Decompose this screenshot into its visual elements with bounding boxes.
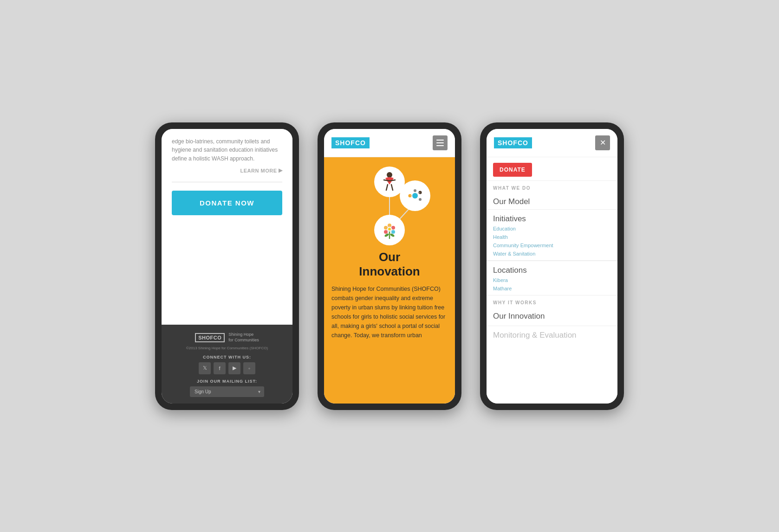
instagram-icon[interactable]: ◦ [243, 362, 255, 374]
svg-point-20 [391, 230, 395, 234]
community-empowerment-sub-item[interactable]: Community Empowerment [487, 241, 617, 250]
hamburger-line-3 [436, 145, 444, 146]
facebook-icon[interactable]: f [214, 362, 226, 374]
wash-description: edge bio-latrines, community toilets and… [172, 137, 282, 163]
donate-menu-button[interactable]: DONATE [493, 163, 532, 177]
person-svg [381, 172, 398, 192]
hero-body-text: Shining Hope for Communities (SHOFCO) co… [331, 284, 448, 340]
footer-logo-text: SHOFCO [195, 333, 225, 342]
svg-point-12 [419, 198, 422, 201]
svg-point-17 [390, 233, 395, 237]
phone-1: edge bio-latrines, community toilets and… [155, 122, 299, 410]
why-it-works-label: WHY IT WORKS [487, 295, 617, 307]
signup-select[interactable]: Sign Up [190, 386, 264, 397]
education-sub-item[interactable]: Education [487, 224, 617, 233]
mailing-label: JOIN OUR MAILING LIST: [197, 379, 257, 384]
innovation-illustration [343, 167, 436, 245]
hamburger-line-2 [436, 142, 444, 143]
flower-circle [374, 215, 405, 245]
shofco-logo: SHOFCO [331, 137, 370, 148]
svg-point-24 [388, 228, 391, 231]
footer-logo: SHOFCO Shining Hope for Communities [195, 332, 259, 343]
phone-3: SHOFCO ✕ DONATE WHAT WE DO Our Model Ini… [480, 122, 624, 410]
dots-circle [400, 180, 430, 211]
phone-2-screen: SHOFCO [324, 129, 455, 404]
svg-line-7 [391, 185, 393, 190]
water-sanitation-sub-item[interactable]: Water & Sanitation [487, 250, 617, 261]
shofco-logo-3: SHOFCO [494, 137, 532, 148]
our-innovation-item[interactable]: Our Innovation [487, 307, 617, 326]
initiatives-item[interactable]: Initiatives [487, 210, 617, 224]
hamburger-button[interactable] [433, 135, 448, 150]
nav-menu: DONATE WHAT WE DO Our Model Initiatives … [487, 157, 617, 404]
divider [172, 182, 282, 182]
copyright-text: ©2013 Shining Hope for Communities (SHOF… [186, 346, 268, 350]
phone-3-screen: SHOFCO ✕ DONATE WHAT WE DO Our Model Ini… [487, 129, 617, 404]
youtube-icon[interactable]: ▶ [228, 362, 240, 374]
connect-label: CONNECT WITH US: [203, 355, 251, 359]
hero-title: Our Innovation [359, 250, 420, 279]
monitoring-evaluation-item[interactable]: Monitoring & Evaluation [487, 326, 617, 345]
health-sub-item[interactable]: Health [487, 233, 617, 241]
phone-1-content: edge bio-latrines, community toilets and… [162, 129, 292, 325]
arrow-right-icon: ▶ [279, 167, 283, 173]
donate-now-button[interactable]: DONATE NOW [172, 191, 282, 215]
svg-point-16 [384, 233, 389, 237]
twitter-icon[interactable]: 𝕏 [199, 362, 211, 374]
signup-select-wrap[interactable]: Sign Up [190, 386, 264, 397]
learn-more-link[interactable]: LEARN MORE ▶ [172, 167, 282, 173]
hamburger-line-1 [436, 140, 444, 141]
phone-3-header: SHOFCO ✕ [487, 129, 617, 157]
flower-svg [381, 220, 398, 240]
svg-line-6 [386, 185, 388, 190]
svg-point-22 [384, 230, 388, 234]
close-button[interactable]: ✕ [595, 135, 610, 150]
kibera-sub-item[interactable]: Kibera [487, 276, 617, 284]
phone-1-footer: SHOFCO Shining Hope for Communities ©201… [162, 325, 292, 403]
phone-2-header: SHOFCO [324, 129, 455, 157]
dots-svg [406, 187, 424, 205]
mathare-sub-item[interactable]: Mathare [487, 284, 617, 295]
svg-point-8 [412, 193, 418, 199]
phone-2-hero: Our Innovation Shining Hope for Communit… [324, 157, 455, 404]
what-we-do-label: WHAT WE DO [487, 180, 617, 192]
our-model-item[interactable]: Our Model [487, 192, 617, 210]
svg-point-3 [387, 172, 392, 178]
locations-item[interactable]: Locations [487, 261, 617, 276]
phone-2: SHOFCO [318, 122, 461, 410]
social-icons-row: 𝕏 f ▶ ◦ [199, 362, 255, 374]
phone-1-screen: edge bio-latrines, community toilets and… [162, 129, 292, 404]
svg-point-11 [414, 189, 416, 192]
footer-tagline: Shining Hope for Communities [228, 332, 259, 343]
